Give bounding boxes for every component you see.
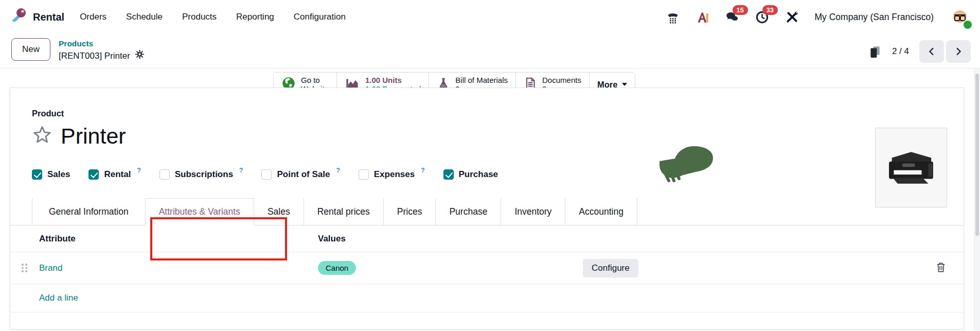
trash-icon[interactable]: [936, 262, 946, 275]
drag-handle-icon[interactable]: [22, 264, 27, 272]
messages-badge: 15: [733, 5, 748, 15]
documents-label: Documents: [542, 76, 581, 84]
checkbox-point-of-sale[interactable]: Point of Sale ?: [261, 169, 340, 180]
product-section-label: Product: [32, 109, 964, 118]
product-title-field[interactable]: Printer: [61, 124, 126, 148]
tab-prices[interactable]: Prices: [384, 198, 436, 225]
sales-checkbox-input[interactable]: [32, 169, 42, 180]
phone-icon[interactable]: [666, 10, 680, 24]
product-image-field[interactable]: [875, 128, 947, 207]
checkbox-rental[interactable]: Rental ?: [88, 169, 140, 180]
tab-attributes-variants[interactable]: Attributes & Variants: [146, 198, 254, 225]
breadcrumb: Products [RENT003] Printer: [59, 38, 145, 62]
menu-reporting[interactable]: Reporting: [236, 12, 274, 22]
checkbox-expenses[interactable]: Expenses ?: [359, 169, 425, 180]
caret-down-icon: [622, 83, 627, 86]
breadcrumb-products-link[interactable]: Products: [59, 39, 145, 48]
units-value: 1.00 Units: [365, 76, 421, 84]
attribute-brand-link[interactable]: Brand: [39, 263, 62, 273]
online-status-dot: [963, 20, 973, 30]
product-form-sheet: Product Printer Sales Rental ?: [10, 88, 964, 329]
printer-image: [882, 146, 940, 190]
expenses-checkbox-input[interactable]: [359, 169, 369, 180]
point-of-sale-label: Point of Sale: [277, 169, 330, 180]
add-line-row: Add a line: [10, 284, 964, 312]
menu-orders[interactable]: Orders: [80, 12, 106, 22]
rental-checkbox-input[interactable]: [88, 169, 99, 180]
new-button[interactable]: New: [11, 38, 50, 61]
activities-badge: 33: [762, 5, 778, 15]
tools-icon[interactable]: [785, 10, 799, 24]
systray: 15 33 My Company (San Francisco): [666, 6, 971, 28]
expenses-label: Expenses: [374, 169, 415, 180]
attributes-table-header: Attribute Values: [10, 225, 964, 252]
subscriptions-label: Subscriptions: [175, 169, 233, 180]
attributes-table: Attribute Values Brand Canon: [10, 225, 964, 312]
subscriptions-checkbox-input[interactable]: [159, 169, 170, 180]
company-switcher[interactable]: My Company (San Francisco): [815, 12, 934, 23]
tab-rental-prices[interactable]: Rental prices: [304, 198, 384, 225]
add-a-line-link[interactable]: Add a line: [39, 293, 78, 303]
bom-label: Bill of Materials: [455, 76, 508, 84]
app-name: Rental: [33, 11, 64, 23]
column-header-attribute: Attribute: [39, 234, 76, 244]
tab-general-information[interactable]: General Information: [32, 198, 146, 225]
main-menu: Orders Schedule Products Reporting Confi…: [80, 12, 346, 22]
checkbox-purchase[interactable]: Purchase: [443, 169, 498, 180]
top-navbar: Rental Orders Schedule Products Reportin…: [0, 0, 980, 34]
odoo-rental-product-page: Rental Orders Schedule Products Reportin…: [0, 0, 980, 331]
user-avatar[interactable]: [949, 6, 971, 28]
rental-help-icon[interactable]: ?: [137, 167, 140, 174]
sales-label: Sales: [47, 169, 70, 180]
go-to-website-line1: Go to: [301, 76, 329, 84]
configure-button[interactable]: Configure: [583, 259, 638, 277]
value-tag-canon[interactable]: Canon: [318, 261, 356, 275]
menu-configuration[interactable]: Configuration: [294, 12, 346, 22]
control-bar: New Products [RENT003] Printer: [0, 34, 980, 68]
app-menu-toggle[interactable]: Rental: [9, 7, 64, 27]
tab-inventory[interactable]: Inventory: [501, 198, 565, 225]
notebook-tabs: General Information Attributes & Variant…: [10, 198, 964, 225]
scrollbar-thumb[interactable]: [975, 74, 979, 236]
tab-sales[interactable]: Sales: [254, 198, 304, 225]
product-type-checkboxes: Sales Rental ? Subscriptions ? Point of …: [32, 168, 964, 181]
menu-products[interactable]: Products: [182, 12, 217, 22]
menu-schedule[interactable]: Schedule: [126, 12, 163, 22]
tab-purchase[interactable]: Purchase: [436, 198, 501, 225]
point-of-sale-help-icon[interactable]: ?: [336, 167, 340, 174]
gear-icon[interactable]: [135, 49, 145, 62]
favorite-star-icon[interactable]: [32, 125, 52, 147]
rental-label: Rental: [104, 169, 131, 180]
column-header-values: Values: [318, 234, 346, 244]
pager-next-button[interactable]: [946, 40, 971, 63]
messages-icon[interactable]: 15: [725, 10, 740, 24]
tab-accounting[interactable]: Accounting: [565, 198, 637, 225]
breadcrumb-current-record: [RENT003] Printer: [59, 50, 130, 62]
ai-icon[interactable]: [696, 10, 710, 24]
table-row-brand: Brand Canon Configure: [10, 252, 964, 284]
expenses-help-icon[interactable]: ?: [421, 167, 424, 174]
checkbox-sales[interactable]: Sales: [32, 169, 70, 180]
purchase-checkbox-input[interactable]: [443, 169, 454, 180]
pager-previous-button[interactable]: [919, 40, 944, 63]
vertical-scrollbar: [974, 68, 980, 331]
pager-counter: 2 / 4: [892, 46, 909, 57]
checkbox-subscriptions[interactable]: Subscriptions ?: [159, 169, 243, 180]
point-of-sale-checkbox-input[interactable]: [261, 169, 272, 180]
bookmark-icon[interactable]: [867, 44, 882, 59]
subscriptions-help-icon[interactable]: ?: [239, 167, 243, 174]
rental-key-icon: [9, 7, 28, 27]
purchase-label: Purchase: [459, 169, 498, 180]
activities-clock-icon[interactable]: 33: [755, 10, 770, 24]
